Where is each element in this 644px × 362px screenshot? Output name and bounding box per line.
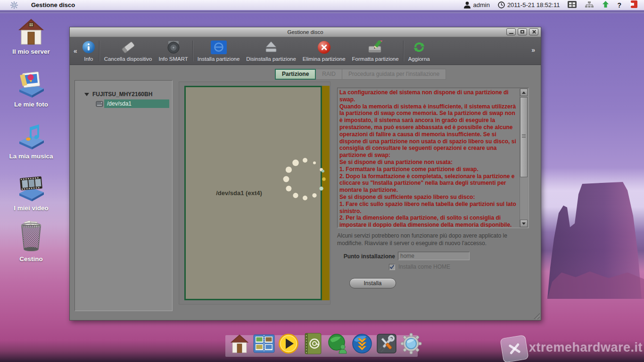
dock-item-messenger[interactable]: [326, 331, 348, 356]
desktop: Gestione disco admin 2011-5-21 18:52:11 …: [0, 0, 644, 362]
apps-grid-button[interactable]: [568, 1, 577, 9]
dock-item-settings[interactable]: [400, 331, 422, 356]
toolbar-overflow-right[interactable]: »: [529, 46, 537, 54]
dock: [228, 331, 422, 356]
tab-partizione[interactable]: Partizione: [275, 69, 316, 80]
tool-mount-partition[interactable]: Installa partizione: [194, 37, 243, 65]
scrollbar-thumb[interactable]: [520, 97, 528, 177]
tool-erase-device[interactable]: Cancella dispositivo: [101, 37, 156, 65]
tab-install-wizard[interactable]: Procedura guidata per l'installazione: [342, 69, 446, 80]
tool-info[interactable]: Info: [79, 37, 98, 65]
disk-icon: [96, 101, 103, 107]
check-icon: [389, 264, 395, 270]
watermark-x-icon: [507, 342, 521, 356]
logout-button[interactable]: [629, 0, 637, 9]
green-up-arrow-icon: [602, 1, 609, 8]
desktop-icon-label: Il mio server: [12, 48, 50, 55]
desktop-icon-my-music[interactable]: La mia musica: [8, 122, 55, 160]
desktop-icon-label: Cestino: [19, 255, 43, 263]
close-button[interactable]: [529, 28, 538, 35]
install-as-home-row[interactable]: Installa come HOME: [389, 263, 450, 270]
videos-icon: [17, 173, 46, 202]
disk-management-window: Gestione disco « Info Cancella dispositi…: [69, 27, 541, 321]
menubar-app-title: Gestione disco: [31, 1, 75, 8]
dock-item-downloads[interactable]: [351, 331, 373, 356]
dock-item-contacts[interactable]: [302, 331, 324, 356]
desktop-icon-trash[interactable]: Cestino: [8, 220, 55, 263]
utilities-icon: [376, 333, 397, 354]
tool-format-partition[interactable]: Formatta partizione: [349, 37, 402, 65]
settings-icon: [400, 333, 422, 354]
scroll-down-button[interactable]: [520, 220, 528, 227]
eraser-icon: [121, 41, 135, 53]
user-icon: [464, 1, 471, 8]
mount-point-label: Punto installazione: [324, 253, 395, 260]
help-button[interactable]: ?: [617, 1, 621, 9]
window-resize-grip[interactable]: [534, 313, 540, 319]
install-button[interactable]: Installa: [349, 278, 396, 288]
info-icon: [83, 41, 95, 53]
tab-raid[interactable]: RAID: [316, 69, 342, 80]
service-restart-notice: Alcuni servizi potrebbero non funzionare…: [337, 232, 532, 247]
watermark-text: xtremehardware.it: [529, 340, 643, 355]
maximize-button[interactable]: [518, 28, 527, 35]
swap-warning-text: La configurazione del sistema non dispon…: [339, 89, 518, 228]
user-menu[interactable]: admin: [464, 1, 489, 8]
arrow-down-icon: [522, 222, 526, 225]
photo-album-icon: [253, 334, 275, 353]
loading-spinner: [279, 153, 331, 205]
tool-smart-info[interactable]: Info SMART: [155, 37, 191, 65]
system-logo-icon[interactable]: [9, 0, 19, 10]
rock-butte: [547, 178, 644, 299]
toolbar-separator: [99, 41, 100, 61]
desktop-icon-label: Le mie foto: [14, 101, 48, 108]
mount-partition-icon: [211, 41, 227, 54]
partition-name-selected: /dev/sda1: [104, 99, 169, 108]
toolbar-overflow-left[interactable]: «: [72, 47, 79, 55]
desktop-icon-label: I miei video: [14, 205, 49, 212]
delete-partition-icon: [318, 41, 330, 54]
tool-delete-partition[interactable]: Elimina partizione: [299, 37, 349, 65]
dock-item-utilities[interactable]: [375, 331, 397, 356]
minimize-icon: [509, 33, 513, 34]
upgrade-button[interactable]: [602, 1, 609, 9]
partition-block-label: /dev/sda1 (ext4): [216, 189, 262, 197]
partition-diagram: /dev/sda1 (ext4): [179, 82, 330, 304]
swap-warning-box: La configurazione del sistema non dispon…: [337, 88, 529, 228]
tree-partition-row[interactable]: /dev/sda1: [96, 99, 172, 108]
maximize-icon: [520, 30, 524, 33]
tool-refresh[interactable]: Aggiorna: [405, 37, 433, 65]
tree-device-row[interactable]: FUJITSU_MHY2160BH: [84, 91, 172, 98]
scrollbar[interactable]: [520, 89, 528, 227]
mount-point-input[interactable]: [398, 252, 470, 260]
system-menubar: Gestione disco admin 2011-5-21 18:52:11 …: [0, 0, 644, 10]
scroll-up-button[interactable]: [520, 89, 528, 96]
install-home-checkbox[interactable]: [389, 264, 395, 270]
arrow-up-icon: [522, 91, 526, 94]
contacts-icon: [304, 333, 322, 354]
desktop-icon-my-server[interactable]: Il mio server: [8, 18, 55, 55]
network-button[interactable]: [585, 1, 594, 9]
menubar-shadow: [0, 11, 644, 13]
collapse-arrow-icon[interactable]: [84, 93, 89, 96]
dock-item-media-player[interactable]: [277, 331, 299, 356]
home-icon: [17, 18, 46, 45]
dock-item-photo-album[interactable]: [253, 331, 275, 356]
tool-unmount-partition[interactable]: Disinstalla partizione: [243, 37, 299, 65]
format-partition-icon: [368, 40, 383, 54]
desktop-icon-my-photos[interactable]: Le mie foto: [8, 70, 55, 108]
trash-icon: [17, 220, 45, 253]
desktop-icon-my-videos[interactable]: I miei video: [8, 173, 55, 212]
tab-bar: Partizione RAID Procedura guidata per l'…: [275, 69, 446, 80]
window-title: Gestione disco: [70, 29, 541, 35]
refresh-icon: [413, 40, 426, 54]
dock-item-home[interactable]: [228, 331, 250, 356]
clock-icon: [498, 1, 505, 8]
home-icon: [229, 334, 250, 354]
media-player-icon: [278, 333, 299, 354]
toolbar-separator: [192, 41, 193, 61]
minimize-button[interactable]: [506, 28, 516, 35]
menubar-status-area: admin 2011-5-21 18:52:11 ?: [464, 0, 637, 9]
logout-icon: [629, 0, 637, 8]
window-titlebar[interactable]: Gestione disco: [70, 27, 541, 37]
